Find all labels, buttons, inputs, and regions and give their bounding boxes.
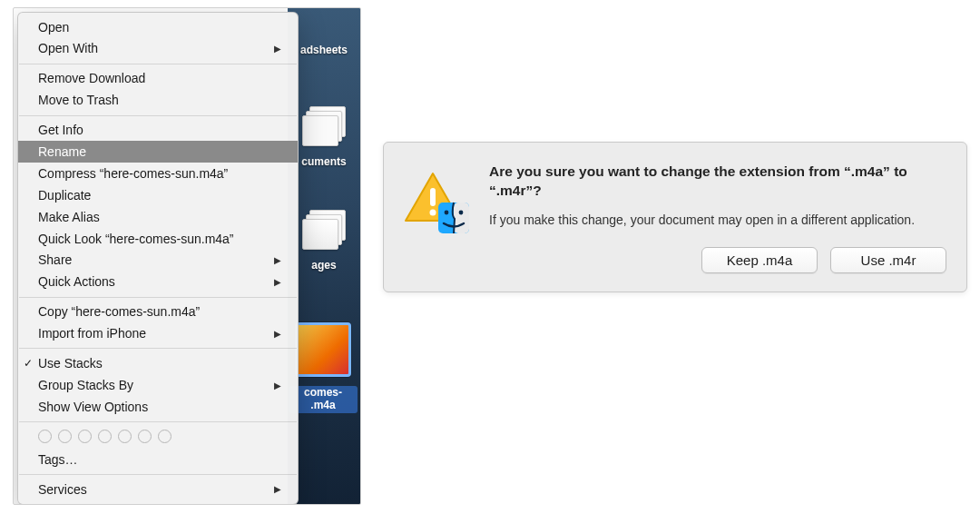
svg-rect-1 bbox=[430, 188, 436, 206]
file-thumbnail[interactable] bbox=[295, 322, 351, 377]
stack-label-spreadsheets: adsheets bbox=[291, 44, 357, 57]
menu-item-label: Tags… bbox=[38, 451, 281, 469]
menu-item-copy-here-comes-sun-m4a[interactable]: Copy “here-comes-sun.m4a” bbox=[18, 301, 298, 323]
menu-separator bbox=[19, 115, 297, 116]
menu-item-label: Share bbox=[38, 252, 267, 269]
dialog-body: If you make this change, your document m… bbox=[489, 212, 946, 230]
svg-rect-4 bbox=[454, 203, 469, 233]
tag-dot[interactable] bbox=[38, 430, 52, 443]
menu-item-open-with[interactable]: Open With▶ bbox=[18, 38, 298, 60]
submenu-arrow-icon: ▶ bbox=[274, 254, 281, 267]
menu-separator bbox=[19, 348, 297, 349]
menu-item-remove-download[interactable]: Remove Download bbox=[18, 68, 298, 90]
tag-dot[interactable] bbox=[58, 430, 72, 443]
left-panel: adsheets cuments ages comes- .m4a OpenOp… bbox=[13, 7, 361, 505]
menu-item-label: Group Stacks By bbox=[38, 377, 267, 394]
menu-item-label: Quick Look “here-comes-sun.m4a” bbox=[38, 231, 281, 248]
menu-item-rename[interactable]: Rename bbox=[18, 141, 298, 163]
tag-dot[interactable] bbox=[138, 430, 152, 443]
menu-separator bbox=[19, 474, 297, 475]
file-caption: comes- .m4a bbox=[289, 386, 358, 413]
menu-item-open[interactable]: Open bbox=[18, 16, 298, 38]
menu-item-services[interactable]: Services▶ bbox=[18, 479, 298, 500]
tags-color-row bbox=[18, 426, 298, 449]
menu-item-tags[interactable]: Tags… bbox=[18, 449, 298, 470]
desktop-labels: adsheets cuments ages comes- .m4a bbox=[288, 8, 360, 504]
menu-item-label: Rename bbox=[38, 143, 281, 161]
svg-point-5 bbox=[445, 211, 449, 215]
check-icon: ✓ bbox=[24, 356, 33, 371]
menu-item-share[interactable]: Share▶ bbox=[18, 250, 298, 272]
stack-icon-documents[interactable] bbox=[300, 106, 348, 146]
tag-dot[interactable] bbox=[78, 430, 92, 443]
menu-item-label: Use Stacks bbox=[38, 355, 281, 372]
menu-item-get-info[interactable]: Get Info bbox=[18, 120, 298, 142]
warning-finder-icon bbox=[404, 168, 471, 235]
menu-item-group-stacks-by[interactable]: Group Stacks By▶ bbox=[18, 374, 298, 396]
use-extension-button[interactable]: Use .m4r bbox=[830, 247, 946, 273]
stack-label-images: ages bbox=[291, 260, 357, 272]
menu-item-label: Services bbox=[38, 481, 267, 499]
submenu-arrow-icon: ▶ bbox=[274, 276, 281, 289]
menu-item-show-view-options[interactable]: Show View Options bbox=[18, 396, 298, 418]
menu-item-label: Compress “here-comes-sun.m4a” bbox=[38, 165, 281, 183]
svg-point-2 bbox=[430, 210, 436, 216]
menu-item-label: Open With bbox=[38, 40, 267, 57]
menu-item-label: Duplicate bbox=[38, 187, 281, 204]
menu-item-label: Remove Download bbox=[38, 70, 281, 87]
menu-item-make-alias[interactable]: Make Alias bbox=[18, 206, 298, 228]
tag-dot[interactable] bbox=[158, 430, 172, 443]
menu-item-label: Copy “here-comes-sun.m4a” bbox=[38, 303, 281, 321]
menu-item-quick-actions[interactable]: Quick Actions▶ bbox=[18, 272, 298, 293]
menu-separator bbox=[19, 421, 297, 422]
menu-item-label: Open bbox=[38, 19, 281, 36]
context-menu: OpenOpen With▶Remove DownloadMove to Tra… bbox=[17, 12, 299, 505]
stack-icon-images[interactable] bbox=[300, 210, 348, 250]
menu-item-duplicate[interactable]: Duplicate bbox=[18, 184, 298, 206]
tag-dot[interactable] bbox=[98, 430, 112, 443]
menu-item-label: Make Alias bbox=[38, 209, 281, 226]
menu-item-compress-here-comes-sun-m4a[interactable]: Compress “here-comes-sun.m4a” bbox=[18, 163, 298, 184]
menu-item-import-from-iphone[interactable]: Import from iPhone▶ bbox=[18, 323, 298, 345]
menu-item-quick-look-here-comes-sun-m4a[interactable]: Quick Look “here-comes-sun.m4a” bbox=[18, 228, 298, 250]
menu-item-move-to-trash[interactable]: Move to Trash bbox=[18, 90, 298, 112]
menu-separator bbox=[19, 64, 297, 64]
menu-item-label: Quick Actions bbox=[38, 273, 267, 291]
menu-item-use-stacks[interactable]: ✓Use Stacks bbox=[18, 352, 298, 374]
keep-extension-button[interactable]: Keep .m4a bbox=[701, 247, 818, 273]
submenu-arrow-icon: ▶ bbox=[274, 328, 281, 341]
menu-item-label: Show View Options bbox=[38, 399, 281, 416]
submenu-arrow-icon: ▶ bbox=[274, 380, 281, 392]
dialog-text: Are you sure you want to change the exte… bbox=[489, 163, 946, 273]
menu-item-label: Import from iPhone bbox=[38, 325, 267, 342]
stack-label-documents: cuments bbox=[291, 156, 357, 169]
menu-item-label: Get Info bbox=[38, 122, 281, 139]
menu-item-label: Move to Trash bbox=[38, 92, 281, 109]
svg-point-6 bbox=[459, 211, 464, 215]
menu-separator bbox=[19, 297, 297, 298]
submenu-arrow-icon: ▶ bbox=[274, 43, 281, 55]
extension-change-dialog: Are you sure you want to change the exte… bbox=[383, 142, 967, 292]
dialog-title: Are you sure you want to change the exte… bbox=[489, 163, 946, 201]
dialog-buttons: Keep .m4a Use .m4r bbox=[489, 247, 946, 273]
submenu-arrow-icon: ▶ bbox=[274, 483, 281, 496]
tag-dot[interactable] bbox=[118, 430, 132, 443]
